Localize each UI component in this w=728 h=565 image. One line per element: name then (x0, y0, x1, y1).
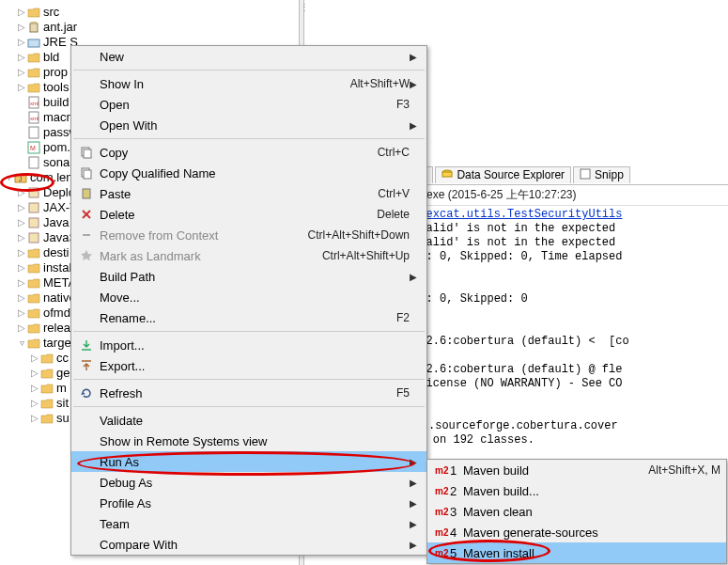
menu-index: 1 (450, 463, 459, 478)
expand-toggle[interactable]: ▷ (17, 20, 26, 35)
expand-toggle[interactable]: ▷ (17, 290, 26, 306)
tree-item-label: tools (43, 80, 69, 95)
expand-toggle[interactable]: ▷ (17, 306, 26, 321)
expand-toggle[interactable]: ▷ (17, 321, 26, 336)
menu-label: Build Path (96, 270, 410, 284)
menu-accelerator: Ctrl+C (378, 146, 410, 159)
menu-label: Maven clean (459, 505, 720, 519)
menu-item-paste[interactable]: PasteCtrl+V (71, 183, 426, 204)
menu-label: Remove from Context (96, 228, 308, 243)
expand-toggle[interactable]: ▷ (30, 381, 39, 396)
tree-item-label: relea (43, 321, 70, 336)
expand-toggle[interactable]: ▷ (17, 260, 26, 275)
tree-item-label: desti (43, 245, 69, 260)
menu-accelerator: Delete (377, 208, 410, 221)
menu-label: Copy Qualified Name (96, 166, 410, 180)
menu-item-move[interactable]: Move... (71, 287, 426, 307)
tab-data-source-explorer[interactable]: Data Source Explorer (435, 166, 571, 183)
tree-item-label: cc (56, 351, 69, 366)
folder-icon (26, 275, 41, 290)
submenu-item-maven-build[interactable]: m21Maven buildAlt+Shift+X, M (427, 460, 726, 480)
menu-item-team[interactable]: Team▶ (71, 513, 426, 534)
menu-item-new[interactable]: New▶ (71, 46, 426, 67)
menu-item-show-in-remote-systems-view[interactable]: Show in Remote Systems view (71, 431, 426, 451)
folder-icon (39, 411, 54, 426)
tree-item-label: su (56, 411, 70, 426)
expand-toggle[interactable]: ▷ (17, 5, 26, 20)
expand-toggle[interactable]: ▷ (17, 50, 26, 65)
expand-toggle[interactable]: ▷ (17, 80, 26, 95)
submenu-item-maven-clean[interactable]: m23Maven clean (427, 501, 726, 522)
menu-item-open-with[interactable]: Open With▶ (71, 115, 426, 135)
menu-item-build-path[interactable]: Build Path▶ (71, 266, 426, 287)
m2-icon: m2 (433, 548, 450, 558)
svg-rect-21 (442, 172, 452, 177)
menu-item-run-as[interactable]: Run As▶ (71, 451, 426, 472)
menu-label: Compare With (96, 538, 410, 552)
menu-label: Move... (96, 290, 410, 305)
svg-text:J: J (19, 176, 23, 182)
expand-toggle[interactable]: ▷ (17, 185, 26, 200)
menu-item-delete[interactable]: DeleteDelete (71, 204, 426, 225)
menu-item-compare-with[interactable]: Compare With▶ (71, 534, 426, 555)
folder-icon (39, 366, 54, 381)
tree-item-label: sonar (43, 155, 74, 170)
folder-icon (26, 260, 41, 275)
expand-toggle[interactable]: ▷ (17, 200, 26, 215)
menu-separator (73, 331, 425, 332)
tab-label: Data Source Explorer (457, 168, 565, 181)
menu-item-profile-as[interactable]: Profile As▶ (71, 493, 426, 513)
lib-icon (26, 35, 41, 50)
tree-item-label: ant.jar (43, 20, 77, 35)
svg-rect-12 (29, 188, 39, 197)
folder-icon (39, 396, 54, 411)
tree-item[interactable]: ▷ant.jar (0, 20, 301, 35)
delete-icon (77, 208, 96, 221)
tree-item-label: Java (43, 215, 69, 230)
menu-item-debug-as[interactable]: Debug As▶ (71, 472, 426, 493)
tree-item[interactable]: ▷src (0, 5, 301, 20)
pkg-icon (26, 185, 41, 200)
expand-toggle[interactable]: ▷ (17, 35, 26, 50)
menu-accelerator: Alt+Shift+X, M (648, 463, 720, 477)
expand-toggle[interactable]: ▷ (30, 411, 39, 426)
menu-item-copy-qualified-name[interactable]: Copy Qualified Name (71, 163, 426, 183)
submenu-item-maven-generate-sources[interactable]: m24Maven generate-sources (427, 522, 726, 542)
menu-label: New (96, 50, 410, 64)
expand-toggle[interactable]: ▷ (30, 366, 39, 381)
tree-item-label: prop (43, 65, 68, 80)
menu-item-copy[interactable]: CopyCtrl+C (71, 142, 426, 163)
svg-rect-26 (84, 170, 91, 179)
expand-toggle[interactable]: ▷ (30, 351, 39, 366)
refresh-icon (77, 386, 96, 400)
menu-label: Validate (96, 414, 410, 428)
menu-accelerator: Alt+Shift+W (350, 77, 410, 90)
menu-label: Rename... (96, 311, 396, 325)
expand-toggle[interactable]: ▷ (30, 396, 39, 411)
menu-item-refresh[interactable]: RefreshF5 (71, 383, 426, 403)
menu-item-show-in[interactable]: Show InAlt+Shift+W▶ (71, 73, 426, 94)
tree-item-label: ge (56, 366, 70, 381)
tree-item-label: instal (43, 260, 71, 275)
expand-toggle[interactable]: ▷ (17, 275, 26, 290)
expand-toggle[interactable]: ▷ (17, 245, 26, 260)
menu-item-open[interactable]: OpenF3 (71, 94, 426, 115)
submenu-arrow-icon: ▶ (410, 540, 421, 550)
menu-item-validate[interactable]: Validate (71, 410, 426, 431)
menu-item-remove-from-context: Remove from ContextCtrl+Alt+Shift+Down (71, 225, 426, 245)
menu-item-rename[interactable]: Rename...F2 (71, 307, 426, 328)
expand-toggle[interactable]: ▷ (17, 65, 26, 80)
folder-icon (26, 245, 41, 260)
tab-snipp[interactable]: Snipp (573, 166, 630, 183)
submenu-item-maven-install[interactable]: m25Maven install (427, 542, 726, 563)
expand-toggle[interactable]: ▷ (17, 230, 26, 245)
menu-accelerator: Ctrl+Alt+Shift+Down (308, 228, 410, 242)
menu-item-export[interactable]: Export... (71, 355, 426, 376)
menu-item-import[interactable]: Import... (71, 335, 426, 355)
menu-separator (73, 379, 425, 380)
expand-toggle[interactable]: ▿ (4, 170, 13, 185)
menu-label: Show in Remote Systems view (96, 434, 410, 448)
expand-toggle[interactable]: ▷ (17, 215, 26, 230)
expand-toggle[interactable]: ▿ (17, 336, 26, 351)
submenu-item-maven-build[interactable]: m22Maven build... (427, 480, 726, 501)
